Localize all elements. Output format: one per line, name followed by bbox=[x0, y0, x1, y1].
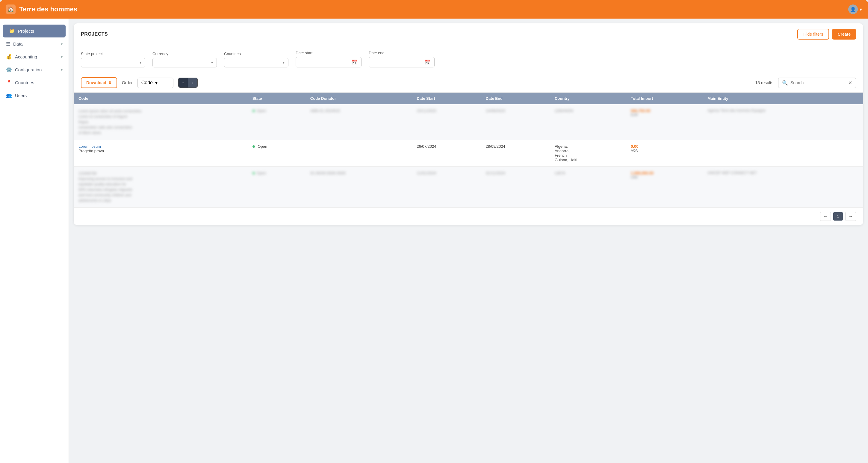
table-row: 123456789 Improving access to inclusive … bbox=[74, 167, 863, 208]
table-row: Lorem ipsum Progetto prova Open bbox=[74, 140, 863, 167]
sort-asc-button[interactable]: ↑ bbox=[179, 78, 188, 87]
next-page-button[interactable]: → bbox=[845, 212, 856, 221]
item-left: ⚙️ Configuration bbox=[6, 67, 42, 73]
currency-input[interactable] bbox=[156, 60, 209, 65]
state-project-input[interactable] bbox=[85, 60, 137, 65]
chevron-down-icon: ▾ bbox=[61, 68, 63, 72]
hide-filters-button[interactable]: Hide filters bbox=[797, 29, 829, 39]
sort-desc-button[interactable]: ↓ bbox=[188, 78, 197, 87]
cell-date-start: 11/01/2024 bbox=[412, 167, 481, 208]
calendar-icon: 📅 bbox=[352, 59, 358, 65]
create-button[interactable]: Create bbox=[832, 29, 856, 39]
order-value: Code bbox=[142, 80, 153, 85]
prev-page-button[interactable]: ← bbox=[820, 212, 831, 221]
state-text: Open bbox=[252, 171, 301, 175]
code-text: Lorem ipsum dolor sit amet consectetur. … bbox=[79, 109, 243, 136]
total-import-sub-text: USD bbox=[631, 175, 698, 179]
filter-currency-label: Currency bbox=[152, 52, 217, 56]
table-header: Code State Code Donator Date Start Date … bbox=[74, 93, 863, 104]
date-end-text: 31/11/2024 bbox=[486, 171, 505, 175]
sidebar: 📁 Projects ☰ Data ▾ 💰 Accounting ▾ ⚙️ Co… bbox=[0, 19, 69, 463]
download-label: Download bbox=[86, 80, 106, 85]
sidebar-item-users[interactable]: 👥 Users bbox=[0, 89, 69, 102]
cell-total-import: 0,00 AOA bbox=[626, 140, 703, 167]
sidebar-item-label: Users bbox=[15, 93, 27, 98]
cell-date-end: 14/08/2024 bbox=[481, 104, 550, 140]
download-button[interactable]: Download ⬇ bbox=[81, 77, 117, 88]
chevron-down-icon: ▾ bbox=[61, 55, 63, 59]
date-end-picker[interactable]: 📅 bbox=[369, 57, 435, 67]
toolbar: Download ⬇ Order Code ▾ ↑ ↓ 15 results 🔍… bbox=[74, 73, 863, 93]
status-dot bbox=[252, 145, 255, 148]
col-total-import: Total Import bbox=[626, 93, 703, 104]
date-start-text: 15/11/2023 bbox=[416, 109, 436, 113]
col-date-start: Date Start bbox=[412, 93, 481, 104]
item-left: ☰ Data bbox=[6, 41, 23, 47]
code-sub: Progetto prova bbox=[79, 149, 243, 153]
total-import-text: 1,999,990.00 bbox=[631, 171, 698, 175]
donator-text: ABB-01-2024015 bbox=[310, 109, 340, 113]
filter-state-project: State project ▾ bbox=[81, 52, 145, 67]
filter-currency: Currency ▾ bbox=[152, 52, 217, 67]
navbar-user[interactable]: 👤 ▾ bbox=[848, 4, 862, 14]
home-icon[interactable]: 🏠 bbox=[6, 4, 16, 14]
countries-input[interactable] bbox=[228, 60, 280, 65]
brand[interactable]: 🏠 Terre des hommes bbox=[6, 4, 77, 14]
cell-main-entity: Agence Terre des hommes Espagne bbox=[703, 104, 863, 140]
main-content: PROJECTS Hide filters Create State proje… bbox=[69, 19, 868, 463]
users-icon: 👥 bbox=[6, 93, 12, 98]
cell-date-start: 26/07/2024 bbox=[412, 140, 481, 167]
item-left: 💰 Accounting bbox=[6, 54, 37, 60]
cell-main-entity bbox=[703, 140, 863, 167]
date-start-picker[interactable]: 📅 bbox=[296, 57, 362, 67]
item-left: 📍 Countries bbox=[6, 80, 34, 85]
code-link[interactable]: Lorem ipsum bbox=[79, 144, 101, 149]
folder-icon: 📁 bbox=[9, 28, 15, 34]
cell-country: Algeria,Andorra,FrenchGuiana, Haiti bbox=[550, 140, 626, 167]
item-left: 📁 Projects bbox=[9, 28, 34, 34]
avatar[interactable]: 👤 bbox=[848, 4, 858, 14]
sidebar-item-accounting[interactable]: 💰 Accounting ▾ bbox=[0, 50, 69, 63]
content-card: PROJECTS Hide filters Create State proje… bbox=[74, 23, 863, 225]
pagination: ← 1 → bbox=[74, 208, 863, 225]
date-start-text: 11/01/2024 bbox=[416, 171, 436, 175]
sidebar-item-data[interactable]: ☰ Data ▾ bbox=[0, 37, 69, 50]
navbar: 🏠 Terre des hommes 👤 ▾ bbox=[0, 0, 868, 19]
search-input[interactable] bbox=[790, 80, 846, 85]
sidebar-item-label: Configuration bbox=[15, 67, 42, 72]
header-buttons: Hide filters Create bbox=[797, 29, 856, 39]
sidebar-item-configuration[interactable]: ⚙️ Configuration ▾ bbox=[0, 63, 69, 76]
chevron-down-icon: ▾ bbox=[211, 61, 213, 65]
sidebar-item-label: Accounting bbox=[15, 54, 37, 59]
donator-text: 01-00/00-0000-0000 bbox=[310, 171, 346, 175]
col-country: Country bbox=[550, 93, 626, 104]
main-entity-text: Agence Terre des hommes Espagne bbox=[708, 109, 859, 113]
page-number-button[interactable]: 1 bbox=[833, 212, 843, 221]
cell-state: Open bbox=[248, 167, 306, 208]
cell-total-import: 1,999,990.00 USD bbox=[626, 167, 703, 208]
sidebar-item-countries[interactable]: 📍 Countries bbox=[0, 76, 69, 89]
countries-select[interactable]: ▾ bbox=[224, 58, 288, 67]
chevron-down-icon: ▾ bbox=[283, 61, 284, 65]
search-box: 🔍 ✕ bbox=[778, 78, 856, 88]
sidebar-item-label: Projects bbox=[18, 28, 34, 34]
currency-select[interactable]: ▾ bbox=[152, 58, 217, 67]
results-count: 15 results bbox=[755, 80, 773, 85]
state-project-select[interactable]: ▾ bbox=[81, 58, 145, 67]
main-entity-text: UNICEF WEF CONNECT NET bbox=[708, 171, 859, 175]
state-text: Open bbox=[257, 144, 267, 149]
filter-date-start: Date start 📅 bbox=[296, 51, 362, 67]
cell-country: LEBANON bbox=[550, 104, 626, 140]
col-date-end: Date End bbox=[481, 93, 550, 104]
table-container: Code State Code Donator Date Start Date … bbox=[74, 93, 863, 208]
close-icon[interactable]: ✕ bbox=[848, 80, 852, 86]
table-row: Lorem ipsum dolor sit amet consectetur. … bbox=[74, 104, 863, 140]
filter-date-end-label: Date end bbox=[369, 51, 435, 55]
cell-date-end: 31/11/2024 bbox=[481, 167, 550, 208]
sidebar-item-projects[interactable]: 📁 Projects bbox=[3, 25, 66, 37]
order-select[interactable]: Code ▾ bbox=[137, 78, 174, 88]
filters-row: State project ▾ Currency ▾ Countries bbox=[74, 45, 863, 73]
user-icon: 👤 bbox=[850, 7, 856, 12]
filter-countries-label: Countries bbox=[224, 52, 288, 56]
calendar-icon: 📅 bbox=[425, 59, 431, 65]
